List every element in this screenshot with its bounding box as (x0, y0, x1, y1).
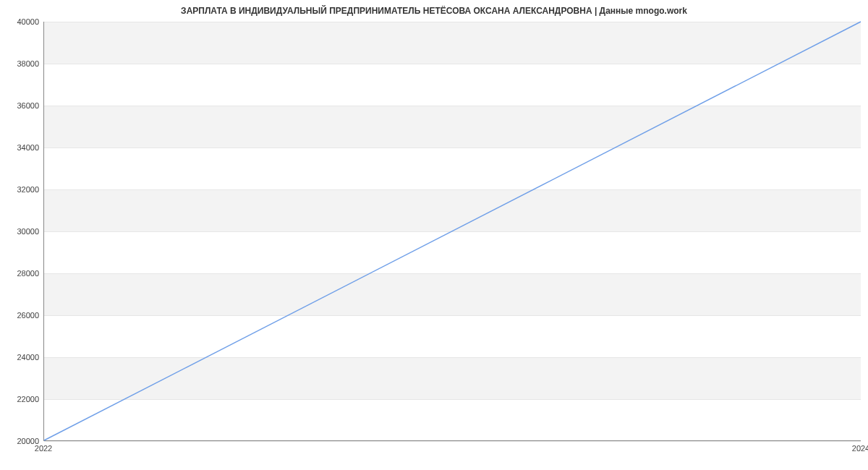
y-tick-label: 34000 (4, 143, 39, 152)
y-tick-label: 38000 (4, 59, 39, 68)
y-tick-label: 36000 (4, 101, 39, 110)
plot-area (43, 22, 861, 441)
chart-container: ЗАРПЛАТА В ИНДИВИДУАЛЬНЫЙ ПРЕДПРИНИМАТЕЛ… (0, 0, 868, 470)
data-line (44, 22, 861, 440)
chart-title: ЗАРПЛАТА В ИНДИВИДУАЛЬНЫЙ ПРЕДПРИНИМАТЕЛ… (0, 6, 868, 16)
x-tick-label: 2024 (852, 444, 868, 453)
y-tick-label: 22000 (4, 395, 39, 403)
y-tick-label: 26000 (4, 311, 39, 320)
line-series (44, 22, 861, 440)
x-tick-label: 2022 (35, 444, 52, 453)
y-tick-label: 40000 (4, 17, 39, 26)
y-tick-label: 24000 (4, 353, 39, 362)
y-tick-label: 30000 (4, 227, 39, 236)
gridline (44, 441, 861, 442)
y-tick-label: 28000 (4, 269, 39, 278)
y-tick-label: 32000 (4, 185, 39, 194)
